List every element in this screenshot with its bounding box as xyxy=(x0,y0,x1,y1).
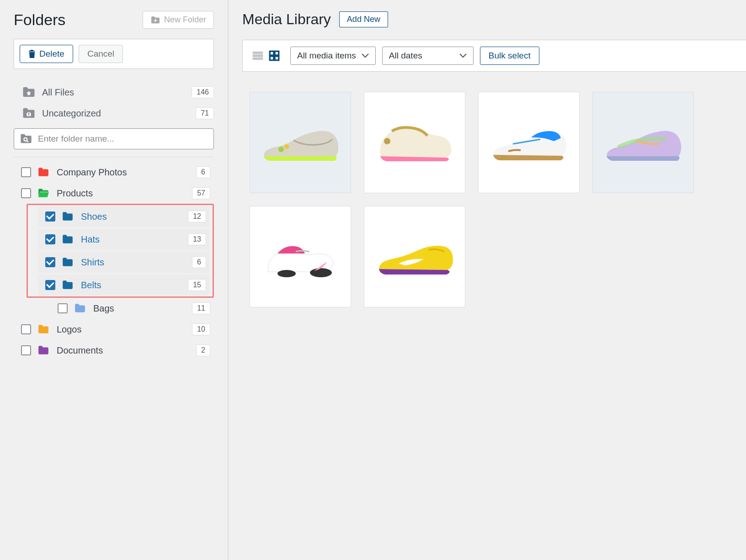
thumbnail-image xyxy=(259,232,341,282)
media-toolbar: All media items All dates Bulk select xyxy=(242,40,746,72)
sidebar-header: Folders New Folder xyxy=(14,11,214,29)
add-new-label: Add New xyxy=(347,15,380,24)
folder-count: 10 xyxy=(192,323,210,335)
media-item[interactable] xyxy=(250,92,351,193)
grid-view-icon xyxy=(268,50,280,62)
folder-count: 6 xyxy=(192,256,206,268)
folder-label: Company Photos xyxy=(57,167,196,178)
date-filter-label: All dates xyxy=(389,51,422,61)
folder-row-belts[interactable]: Belts 15 xyxy=(38,275,210,296)
svg-rect-9 xyxy=(275,51,279,55)
folder-label: Bags xyxy=(93,303,192,314)
checkbox[interactable] xyxy=(45,280,55,290)
add-new-button[interactable]: Add New xyxy=(339,11,388,27)
chevron-down-icon xyxy=(362,53,369,58)
uncategorized-count: 71 xyxy=(196,107,214,119)
media-item[interactable] xyxy=(364,206,465,307)
bulk-select-label: Bulk select xyxy=(489,51,531,60)
svg-point-16 xyxy=(310,268,332,277)
folder-icon xyxy=(62,280,74,290)
checkbox[interactable] xyxy=(45,257,55,267)
folder-label: Belts xyxy=(81,280,188,291)
bulk-select-button[interactable]: Bulk select xyxy=(480,47,539,65)
sidebar-title: Folders xyxy=(14,11,65,29)
uncategorized-row[interactable]: Uncategorized 71 xyxy=(14,103,214,124)
folder-label: Products xyxy=(57,188,192,199)
folder-label: Logos xyxy=(57,324,192,335)
folder-plus-icon xyxy=(150,16,160,24)
grid-view-button[interactable] xyxy=(267,49,281,63)
new-folder-button[interactable]: New Folder xyxy=(143,11,214,29)
folder-row-shoes[interactable]: Shoes 12 xyxy=(38,206,210,227)
folder-row-products[interactable]: Products 57 xyxy=(14,183,214,204)
checkbox[interactable] xyxy=(45,211,55,222)
cancel-button[interactable]: Cancel xyxy=(79,45,123,63)
page-title: Media Library xyxy=(242,11,331,28)
date-filter[interactable]: All dates xyxy=(382,47,474,65)
delete-button[interactable]: Delete xyxy=(20,45,73,63)
trash-icon xyxy=(28,49,36,58)
media-item[interactable] xyxy=(478,92,580,193)
media-type-filter-label: All media items xyxy=(297,51,356,61)
media-item[interactable] xyxy=(250,206,351,307)
all-files-row[interactable]: All Files 146 xyxy=(14,82,214,103)
folder-row-logos[interactable]: Logos 10 xyxy=(14,319,214,340)
svg-rect-5 xyxy=(253,52,263,53)
checkbox[interactable] xyxy=(21,167,31,177)
checkbox[interactable] xyxy=(21,324,31,334)
svg-rect-8 xyxy=(270,51,274,55)
folder-count: 6 xyxy=(196,166,210,178)
folder-label: Shirts xyxy=(81,257,192,268)
thumbnail-image xyxy=(373,232,456,282)
folder-action-bar: Delete Cancel xyxy=(14,39,214,69)
checkbox[interactable] xyxy=(58,303,68,313)
cancel-label: Cancel xyxy=(87,49,114,59)
folder-icon xyxy=(37,324,49,334)
svg-rect-2 xyxy=(28,116,30,117)
folder-icon xyxy=(37,345,49,355)
list-view-button[interactable] xyxy=(251,49,265,63)
svg-point-13 xyxy=(284,144,289,149)
thumbnail-image xyxy=(373,117,456,168)
checkbox[interactable] xyxy=(21,345,31,355)
alert-folder-icon xyxy=(22,107,36,119)
folder-search[interactable] xyxy=(14,128,214,149)
selected-children-highlight: Shoes 12 Hats 13 Shirts 6 Belts 15 xyxy=(27,204,214,298)
folder-icon xyxy=(37,167,49,177)
folder-icon xyxy=(62,234,74,244)
view-toggle xyxy=(251,49,281,63)
folder-icon xyxy=(62,211,74,222)
checkbox[interactable] xyxy=(21,188,31,198)
chevron-down-icon xyxy=(459,53,467,58)
svg-rect-6 xyxy=(253,55,263,57)
folder-row-documents[interactable]: Documents 2 xyxy=(14,340,214,361)
folder-row-bags[interactable]: Bags 11 xyxy=(50,298,214,319)
svg-rect-1 xyxy=(28,113,30,115)
media-type-filter[interactable]: All media items xyxy=(290,47,376,65)
folders-sidebar: Folders New Folder Delete Cancel All Fil… xyxy=(0,0,229,560)
quick-folder-list: All Files 146 Uncategorized 71 xyxy=(14,82,214,124)
main-header: Media Library Add New xyxy=(242,11,746,28)
media-item[interactable] xyxy=(592,92,694,193)
media-item[interactable] xyxy=(364,92,465,193)
folder-icon xyxy=(62,257,74,267)
folder-label: Documents xyxy=(57,345,196,356)
folder-count: 15 xyxy=(188,279,206,291)
folder-open-icon xyxy=(37,188,49,198)
checkbox[interactable] xyxy=(45,234,55,244)
svg-rect-7 xyxy=(253,58,263,59)
home-folder-icon xyxy=(22,86,36,98)
thumbnail-image xyxy=(488,117,570,168)
folder-icon xyxy=(74,303,86,313)
folder-row-shirts[interactable]: Shirts 6 xyxy=(38,252,210,273)
folder-row-company-photos[interactable]: Company Photos 6 xyxy=(14,162,214,183)
svg-point-14 xyxy=(384,138,390,144)
all-files-label: All Files xyxy=(42,87,192,98)
folder-label: Hats xyxy=(81,234,188,245)
folder-label: Shoes xyxy=(81,211,188,222)
folder-search-input[interactable] xyxy=(38,134,208,144)
folder-row-hats[interactable]: Hats 13 xyxy=(38,229,210,250)
folder-tree: Company Photos 6 Products 57 Shoes 12 Ha… xyxy=(14,162,214,361)
folder-count: 11 xyxy=(192,302,210,314)
svg-point-12 xyxy=(278,147,284,152)
